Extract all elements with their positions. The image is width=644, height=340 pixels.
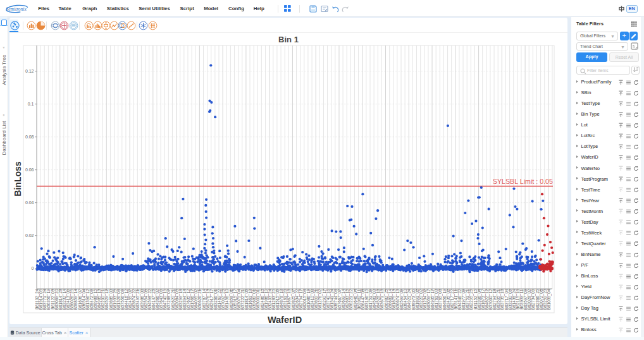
svg-text:0.1: 0.1	[28, 102, 34, 106]
svg-text:Bin 1: Bin 1	[278, 35, 299, 44]
svg-text:BinLoss: BinLoss	[13, 161, 23, 196]
svg-text:B61039_04: B61039_04	[547, 289, 552, 310]
svg-text:WaferID: WaferID	[268, 315, 302, 325]
svg-text:0.06: 0.06	[25, 167, 34, 172]
svg-text:0.04: 0.04	[25, 200, 34, 205]
svg-text:SYLSBL Limit : 0.05: SYLSBL Limit : 0.05	[493, 178, 553, 185]
svg-text:Semitronix: Semitronix	[6, 6, 27, 12]
svg-text:0.12: 0.12	[25, 69, 34, 73]
svg-text:0.08: 0.08	[25, 135, 34, 139]
svg-text:0: 0	[32, 266, 34, 270]
svg-text:0.02: 0.02	[25, 233, 34, 238]
